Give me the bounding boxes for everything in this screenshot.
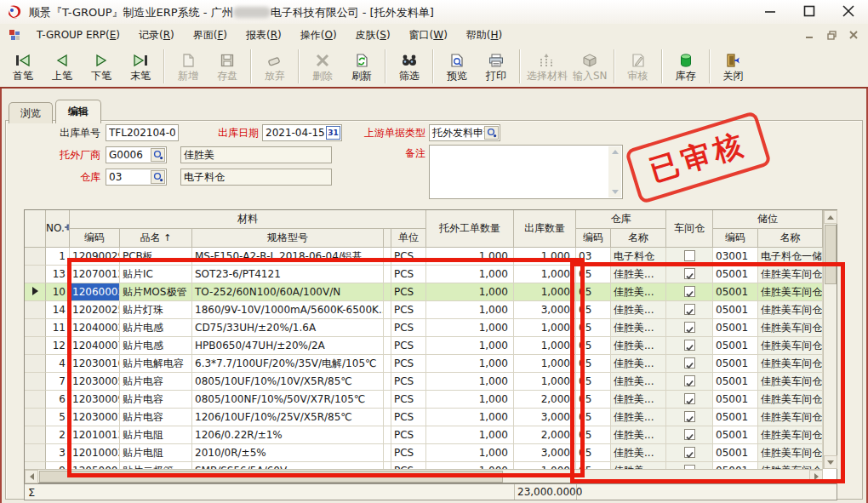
workshop-checkbox[interactable] bbox=[684, 322, 695, 333]
cell-unit[interactable]: PCS bbox=[391, 444, 426, 462]
table-row[interactable]: 412030010贴片电解电容6.3*7.7/100UF/20%/35V/电解/… bbox=[25, 355, 823, 373]
horizontal-scrollbar[interactable] bbox=[25, 469, 823, 483]
cell-order_qty[interactable]: 1,000 bbox=[426, 373, 514, 391]
cell-bin_code[interactable]: 05001 bbox=[713, 266, 758, 283]
cell-wh_name[interactable]: 佳胜美... bbox=[611, 319, 666, 337]
cell-wh_name[interactable]: 佳胜美... bbox=[611, 355, 666, 373]
cell-unit[interactable]: PCS bbox=[391, 301, 426, 319]
cell-name[interactable]: 贴片电容 bbox=[120, 373, 192, 391]
cell-unit[interactable]: PCS bbox=[391, 319, 426, 337]
table-row[interactable]: 1112040002贴片电感CD75/33UH/±20%/1.6APCS1,00… bbox=[25, 319, 823, 337]
cell-wh_code[interactable]: 05 bbox=[576, 409, 611, 426]
cell-name[interactable]: 贴片电解电容 bbox=[120, 355, 192, 373]
cell-unit[interactable]: PCS bbox=[391, 283, 426, 301]
cell-name[interactable]: 贴片二极管 bbox=[120, 462, 192, 469]
cell-name[interactable]: 贴片MOS极管 bbox=[120, 283, 192, 301]
cell-code[interactable]: 12020025 bbox=[70, 301, 120, 319]
cell-spec[interactable]: CD75/33UH/±20%/1.6A bbox=[192, 319, 384, 337]
table-row[interactable]: 612030009贴片电容0805/100NF/10%/50V/X7R/105℃… bbox=[25, 391, 823, 409]
table-row[interactable]: 912050004贴片二极管SMB/SS56/5A/60VPCS1,0001,0… bbox=[25, 462, 823, 469]
table-row[interactable]: 1412020025贴片灯珠1860/9V-10V/1000mA/5600K-6… bbox=[25, 301, 823, 319]
workshop-checkbox[interactable] bbox=[684, 250, 695, 261]
header-wh-name[interactable]: 名称 bbox=[611, 229, 666, 248]
cell-out_qty[interactable]: 3,000 bbox=[514, 301, 576, 319]
cell-wh_code[interactable]: 05 bbox=[576, 283, 611, 301]
cell-no[interactable]: 1 bbox=[46, 248, 70, 266]
cell-code[interactable]: 12040002 bbox=[70, 319, 120, 337]
mdi-minimize-button[interactable] bbox=[803, 29, 815, 41]
cell-no[interactable]: 3 bbox=[46, 444, 70, 462]
header-wh-code[interactable]: 编码 bbox=[576, 229, 611, 248]
cell-name[interactable]: 贴片电容 bbox=[120, 391, 192, 409]
cell-code[interactable]: 12090029 bbox=[70, 248, 120, 266]
cell-no[interactable]: 7 bbox=[46, 373, 70, 391]
cell-bin_name[interactable]: 佳胜美车间仓 bbox=[758, 266, 823, 283]
cell-bin_name[interactable]: 佳胜美车间仓 bbox=[758, 355, 823, 373]
filter-button[interactable]: 筛选 bbox=[390, 46, 429, 87]
menu-item[interactable]: 界面(F) bbox=[184, 29, 237, 41]
cell-code[interactable]: 12030005 bbox=[70, 373, 120, 391]
cell-unit[interactable]: PCS bbox=[391, 355, 426, 373]
cell-out_qty[interactable]: 1,000 bbox=[514, 319, 576, 337]
cell-code[interactable]: 12010002 bbox=[70, 444, 120, 462]
cell-bin_code[interactable]: 05001 bbox=[713, 444, 758, 462]
header-unit[interactable]: 单位 bbox=[391, 229, 426, 248]
workshop-checkbox[interactable] bbox=[684, 375, 695, 386]
header-out-qty[interactable]: 出库数量 bbox=[514, 210, 576, 248]
cell-workshop[interactable] bbox=[666, 426, 713, 444]
header-no[interactable]: NO. bbox=[46, 210, 70, 248]
cell-name[interactable]: 贴片电阻 bbox=[120, 444, 192, 462]
cell-workshop[interactable] bbox=[666, 391, 713, 409]
cell-name[interactable]: 贴片电感 bbox=[120, 319, 192, 337]
vertical-scrollbar[interactable] bbox=[823, 210, 837, 469]
cell-unit[interactable]: PCS bbox=[391, 426, 426, 444]
cell-unit[interactable]: PCS bbox=[391, 462, 426, 469]
cell-no[interactable]: 5 bbox=[46, 409, 70, 426]
tab-browse[interactable]: 浏览 bbox=[9, 102, 53, 123]
menu-item[interactable]: 操作(O) bbox=[291, 29, 346, 41]
first-button[interactable]: 首笔 bbox=[3, 46, 43, 87]
workshop-checkbox[interactable] bbox=[684, 340, 695, 351]
vertical-scroll-thumb[interactable] bbox=[825, 225, 837, 284]
workshop-checkbox[interactable] bbox=[684, 286, 695, 297]
workshop-checkbox[interactable] bbox=[684, 357, 695, 369]
cell-wh_code[interactable]: 05 bbox=[576, 462, 611, 469]
table-row[interactable]: 712030005贴片电容0805/10UF/10%/10V/X5R/85℃PC… bbox=[25, 373, 823, 391]
refresh-button[interactable]: 刷新 bbox=[342, 46, 381, 87]
cell-bin_name[interactable]: 佳胜美车间仓 bbox=[758, 319, 823, 337]
cell-spec[interactable]: 0805/100NF/10%/50V/X7R/105℃ bbox=[192, 391, 384, 409]
cell-workshop[interactable] bbox=[666, 319, 713, 337]
doc-no-input[interactable] bbox=[106, 124, 179, 141]
cell-bin_name[interactable]: 佳胜美车间仓 bbox=[758, 462, 823, 469]
cell-bin_code[interactable]: 05001 bbox=[713, 301, 758, 319]
cell-workshop[interactable] bbox=[666, 266, 713, 283]
cell-no[interactable]: 12 bbox=[46, 337, 70, 355]
mdi-close-button[interactable] bbox=[848, 29, 859, 41]
header-name[interactable]: 品名 ↑ bbox=[120, 229, 192, 248]
cell-bin_code[interactable]: 05001 bbox=[713, 373, 758, 391]
print-button[interactable]: 打印 bbox=[477, 46, 516, 87]
cell-wh_code[interactable]: 05 bbox=[576, 301, 611, 319]
cell-wh_name[interactable]: 佳胜美... bbox=[611, 391, 666, 409]
header-workshop[interactable]: 车间仓 bbox=[666, 210, 713, 248]
cell-bin_code[interactable]: 05001 bbox=[713, 462, 758, 469]
cell-workshop[interactable] bbox=[666, 248, 713, 266]
workshop-checkbox[interactable] bbox=[684, 447, 695, 458]
workshop-checkbox[interactable] bbox=[684, 304, 695, 315]
cell-name[interactable]: 贴片灯珠 bbox=[120, 301, 192, 319]
cell-order_qty[interactable]: 1,000 bbox=[426, 301, 514, 319]
menu-item[interactable]: 窗口(W) bbox=[400, 29, 457, 41]
cell-workshop[interactable] bbox=[666, 355, 713, 373]
vendor-code-input[interactable]: G0006 bbox=[106, 146, 167, 163]
cell-bin_name[interactable]: 佳胜美车间仓 bbox=[758, 337, 823, 355]
cell-order_qty[interactable]: 1,000 bbox=[426, 426, 514, 444]
cell-out_qty[interactable]: 1,000 bbox=[514, 373, 576, 391]
inventory-button[interactable]: 库存 bbox=[666, 46, 705, 87]
cell-bin_name[interactable]: 电子料仓一储 bbox=[758, 248, 823, 266]
table-row[interactable]: 1212040007贴片电感HPB0650/47UH/±20%/2APCS1,0… bbox=[25, 337, 823, 355]
date-input[interactable]: 2021-04-15 31 bbox=[262, 124, 342, 141]
table-row[interactable]: 512030001贴片电容1206/10UF/10%/25V/X5R/85℃PC… bbox=[25, 409, 823, 426]
cell-wh_code[interactable]: 05 bbox=[576, 337, 611, 355]
cell-order_qty[interactable]: 1,000 bbox=[426, 319, 514, 337]
cell-code[interactable]: 12070012 bbox=[70, 266, 120, 283]
